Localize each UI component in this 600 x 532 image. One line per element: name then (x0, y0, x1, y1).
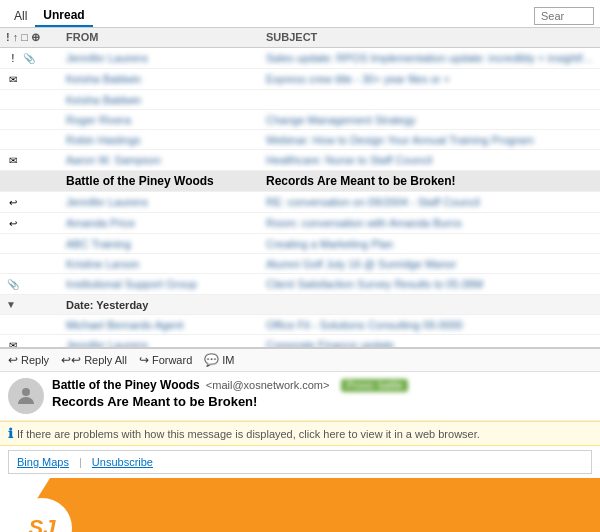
reply-label: Reply (21, 354, 49, 366)
date-header-row: ▼ Date: Yesterday (0, 295, 600, 315)
table-row[interactable]: ✉ Jennifer Laurens Corporate Finance upd… (0, 335, 600, 348)
subject-cell: Corporate Finance update (266, 339, 594, 348)
svg-point-0 (22, 388, 30, 396)
table-row[interactable]: ✉ Aaron W. Sampson Healthcare: Nurse to … (0, 150, 600, 171)
im-icon: 💬 (204, 353, 219, 367)
envelope-icon: ✉ (6, 153, 20, 167)
im-label: IM (222, 354, 234, 366)
collapse-icon[interactable]: ▼ (6, 299, 16, 310)
subject-cell: Sales update: RPOS Implementation update… (266, 52, 594, 64)
sender-cell: Jennifer Laurens (66, 52, 266, 64)
table-row[interactable]: Kristine Larson Alumni Golf July 16 @ Su… (0, 254, 600, 274)
table-row[interactable]: ✉ Keisha Baldwin Express crew title - 30… (0, 69, 600, 90)
subject-col-header: SUBJECT (266, 31, 594, 44)
reading-pane: ↩ Reply ↩↩ Reply All ↪ Forward 💬 IM Batt… (0, 348, 600, 532)
column-headers: ! ↑ □ ⊕ FROM SUBJECT (0, 28, 600, 48)
link-separator: | (79, 456, 82, 468)
sender-cell: Michael Bernardo Agent (66, 319, 266, 331)
table-row[interactable]: Roger Rivera Change Management Strategy (0, 110, 600, 130)
flag-icon: ! (6, 51, 20, 65)
reply-button[interactable]: ↩ Reply (8, 353, 49, 367)
forward-button[interactable]: ↪ Forward (139, 353, 192, 367)
email-list: ! ↑ □ ⊕ FROM SUBJECT !📎 Jennifer Laurens… (0, 28, 600, 348)
status-badge: Provo: battle (341, 379, 407, 392)
sender-cell: Amanda Price (66, 217, 266, 229)
reply-all-icon: ↩↩ (61, 353, 81, 367)
row-icons: !📎 (6, 51, 66, 65)
table-row[interactable]: Michael Bernardo Agent Office Fit - Solu… (0, 315, 600, 335)
sender-name: Battle of the Piney Woods (52, 378, 200, 392)
reply-icon: ↩ (6, 195, 20, 209)
links-bar: Bing Maps | Unsubscribe (8, 450, 592, 474)
sender-cell: ABC Training (66, 238, 266, 250)
email-meta: Battle of the Piney Woods <mail@xosnetwo… (52, 378, 592, 409)
subject-cell: Client Satisfaction Survey Results to 05… (266, 278, 594, 290)
attach-icon: 📎 (22, 51, 36, 65)
table-row[interactable]: 📎 Institutional Support Group Client Sat… (0, 274, 600, 295)
table-row[interactable]: Robin Hastings Webinar: How to Design Yo… (0, 130, 600, 150)
group-header-row[interactable]: Battle of the Piney Woods Records Are Me… (0, 171, 600, 192)
email-body-preview: SJ (0, 478, 600, 532)
subject-cell: Webinar: How to Design Your Annual Train… (266, 134, 594, 146)
action-bar: ↩ Reply ↩↩ Reply All ↪ Forward 💬 IM (0, 349, 600, 372)
sender-email-addr: <mail@xosnetwork.com> (206, 379, 330, 391)
sender-line: Battle of the Piney Woods <mail@xosnetwo… (52, 378, 592, 392)
sender-cell: Robin Hastings (66, 134, 266, 146)
subject-cell: Express crew title - 30+ year files or + (266, 73, 594, 85)
sender-cell: Jennifer Laurens (66, 196, 266, 208)
row-icons: ↩ (6, 195, 66, 209)
orange-banner: SJ (0, 478, 600, 532)
tab-bar: All Unread (0, 0, 600, 28)
logo-text: SJ (29, 515, 56, 532)
reply-all-button[interactable]: ↩↩ Reply All (61, 353, 127, 367)
table-row[interactable]: Keisha Baldwin (0, 90, 600, 110)
info-icon: ℹ (8, 426, 13, 441)
subject-cell: Healthcare: Nurse to Staff Council (266, 154, 594, 166)
table-row[interactable]: ↩ Amanda Price Room: conversation with A… (0, 213, 600, 234)
info-bar[interactable]: ℹ If there are problems with how this me… (0, 421, 600, 446)
email-header: Battle of the Piney Woods <mail@xosnetwo… (0, 372, 600, 421)
subject-cell: RE: conversation on 09/2004 - Staff Coun… (266, 196, 594, 208)
sender-cell: Aaron W. Sampson (66, 154, 266, 166)
group-subject-cell: Records Are Meant to be Broken! (266, 174, 594, 188)
reply-icon: ↩ (6, 216, 20, 230)
row-icons: ✉ (6, 338, 66, 348)
row-icons: ↩ (6, 216, 66, 230)
email-subject: Records Are Meant to be Broken! (52, 394, 592, 409)
info-message: If there are problems with how this mess… (17, 428, 480, 440)
icons-col-header: ! ↑ □ ⊕ (6, 31, 66, 44)
subject-cell: Room: conversation with Amanda Burns (266, 217, 594, 229)
row-icons: ✉ (6, 72, 66, 86)
tab-unread[interactable]: Unread (35, 5, 92, 27)
sender-cell: Jennifer Laurens (66, 339, 266, 348)
sender-cell: Kristine Larson (66, 258, 266, 270)
forward-label: Forward (152, 354, 192, 366)
subject-cell: Office Fit - Solutions Consulting 09.000… (266, 319, 594, 331)
reply-icon: ↩ (8, 353, 18, 367)
table-row[interactable]: ABC Training Creating a Marketing Plan (0, 234, 600, 254)
sender-cell: Keisha Baldwin (66, 73, 266, 85)
row-icons: 📎 (6, 277, 66, 291)
date-label: Date: Yesterday (66, 299, 148, 311)
subject-cell: Creating a Marketing Plan (266, 238, 594, 250)
table-row[interactable]: ↩ Jennifer Laurens RE: conversation on 0… (0, 192, 600, 213)
subject-cell: Alumni Golf July 16 @ Sunridge Manor (266, 258, 594, 270)
row-icons: ▼ (6, 299, 66, 310)
search-input[interactable] (534, 7, 594, 25)
sender-cell: Keisha Baldwin (66, 94, 266, 106)
tab-all[interactable]: All (6, 6, 35, 26)
envelope-icon: ✉ (6, 338, 20, 348)
sender-cell: Institutional Support Group (66, 278, 266, 290)
forward-icon: ↪ (139, 353, 149, 367)
subject-cell: Change Management Strategy (266, 114, 594, 126)
envelope-icon: ✉ (6, 72, 20, 86)
unsubscribe-link[interactable]: Unsubscribe (92, 456, 153, 468)
group-sender-cell: Battle of the Piney Woods (66, 174, 266, 188)
im-button[interactable]: 💬 IM (204, 353, 234, 367)
from-col-header: FROM (66, 31, 266, 44)
attach-icon: 📎 (6, 277, 20, 291)
row-icons: ✉ (6, 153, 66, 167)
bing-maps-link[interactable]: Bing Maps (17, 456, 69, 468)
table-row[interactable]: !📎 Jennifer Laurens Sales update: RPOS I… (0, 48, 600, 69)
avatar (8, 378, 44, 414)
